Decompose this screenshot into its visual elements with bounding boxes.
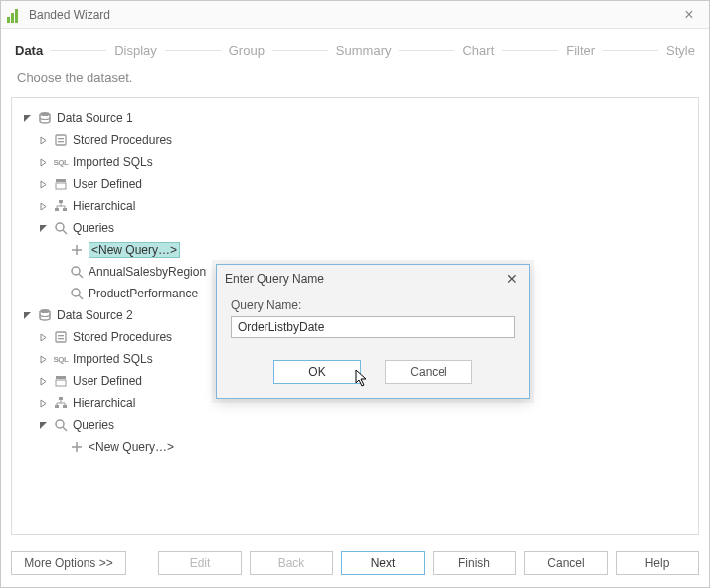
tree-node-user-defined[interactable]: User Defined	[18, 173, 692, 195]
step-separator	[603, 50, 658, 51]
svg-line-10	[63, 230, 67, 234]
app-icon	[7, 7, 23, 23]
svg-rect-25	[63, 405, 67, 408]
stored-proc-icon	[53, 329, 69, 345]
add-icon	[69, 242, 85, 258]
step-display[interactable]: Display	[114, 43, 157, 58]
step-chart[interactable]: Chart	[462, 43, 494, 58]
tree-label: Data Source 2	[57, 308, 133, 322]
tree-label: Queries	[73, 418, 114, 432]
step-data[interactable]: Data	[15, 43, 43, 58]
svg-point-13	[72, 267, 80, 275]
svg-line-16	[79, 295, 83, 299]
svg-rect-23	[59, 397, 63, 400]
collapse-icon[interactable]	[38, 157, 49, 168]
svg-rect-3	[58, 141, 64, 142]
back-button[interactable]: Back	[250, 551, 333, 575]
svg-rect-8	[63, 208, 67, 211]
collapse-icon[interactable]	[38, 398, 49, 409]
svg-line-27	[63, 427, 67, 431]
collapse-icon[interactable]	[38, 376, 49, 387]
svg-rect-1	[56, 135, 66, 145]
dialog-buttons: OK Cancel	[217, 350, 529, 398]
wizard-window: Banded Wizard × Data Display Group Summa…	[0, 0, 710, 588]
dialog-cancel-button[interactable]: Cancel	[385, 360, 472, 384]
dialog-ok-button[interactable]: OK	[273, 360, 361, 384]
wizard-steps: Data Display Group Summary Chart Filter …	[1, 29, 709, 66]
tree-node-imported-sqls[interactable]: SQL Imported SQLs	[18, 151, 692, 173]
query-name-label: Query Name:	[231, 298, 515, 312]
wizard-footer: More Options >> Edit Back Next Finish Ca…	[1, 543, 709, 587]
window-close-button[interactable]: ×	[675, 6, 703, 24]
query-icon	[53, 417, 69, 433]
step-filter[interactable]: Filter	[566, 43, 595, 58]
tree-label: Stored Procedures	[73, 133, 172, 147]
svg-point-26	[56, 420, 64, 428]
svg-rect-19	[58, 335, 64, 336]
cancel-button[interactable]: Cancel	[524, 551, 608, 575]
svg-rect-7	[55, 208, 59, 211]
collapse-icon[interactable]	[38, 179, 49, 190]
step-style[interactable]: Style	[666, 43, 695, 58]
tree-label: Imported SQLs	[73, 352, 153, 366]
tree-label: User Defined	[73, 177, 142, 191]
expand-icon[interactable]	[38, 223, 49, 234]
svg-rect-4	[56, 179, 66, 182]
dialog-title: Enter Query Name	[225, 272, 503, 286]
database-icon	[37, 110, 53, 126]
expand-icon[interactable]	[38, 420, 49, 431]
tree-label: ProductPerformance	[89, 287, 198, 300]
tree-node-new-query[interactable]: · <New Query…>	[18, 239, 692, 261]
step-group[interactable]: Group	[229, 43, 265, 58]
step-separator	[272, 50, 328, 51]
step-subtitle: Choose the dataset.	[1, 66, 709, 97]
tree-node-new-query[interactable]: · <New Query…>	[18, 436, 692, 458]
svg-line-14	[79, 274, 83, 278]
database-icon	[37, 307, 53, 323]
tree-node-queries[interactable]: Queries	[18, 217, 692, 239]
svg-rect-5	[56, 183, 66, 189]
collapse-icon[interactable]	[38, 201, 49, 212]
next-button[interactable]: Next	[341, 551, 425, 575]
tree-label: <New Query…>	[89, 440, 174, 454]
tree-label: <New Query…>	[89, 242, 180, 258]
add-icon	[69, 439, 85, 455]
tree-label: Imported SQLs	[73, 155, 153, 169]
step-separator	[502, 50, 558, 51]
finish-button[interactable]: Finish	[433, 551, 516, 575]
user-defined-icon	[53, 176, 69, 192]
tree-node-stored-procedures[interactable]: Stored Procedures	[18, 129, 692, 151]
user-defined-icon	[53, 373, 69, 389]
tree-node-datasource[interactable]: Data Source 1	[18, 107, 692, 129]
more-options-button[interactable]: More Options >>	[11, 551, 126, 575]
expand-icon[interactable]	[22, 113, 33, 124]
svg-point-9	[56, 223, 64, 231]
tree-label: AnnualSalesbyRegion	[89, 265, 206, 279]
tree-node-queries[interactable]: Queries	[18, 414, 692, 436]
step-summary[interactable]: Summary	[336, 43, 392, 58]
help-button[interactable]: Help	[616, 551, 699, 575]
svg-rect-6	[59, 200, 63, 203]
svg-rect-20	[58, 338, 64, 339]
step-separator	[399, 50, 454, 51]
svg-rect-22	[56, 380, 66, 386]
collapse-icon[interactable]	[38, 332, 49, 343]
svg-point-15	[72, 289, 80, 296]
dialog-close-button[interactable]: ✕	[503, 271, 521, 287]
hierarchy-icon	[53, 198, 69, 214]
svg-rect-18	[56, 332, 66, 342]
query-icon	[53, 220, 69, 236]
query-icon	[69, 264, 85, 280]
svg-rect-21	[56, 376, 66, 379]
sql-icon: SQL	[53, 154, 69, 170]
edit-button[interactable]: Edit	[158, 551, 242, 575]
collapse-icon[interactable]	[38, 135, 49, 146]
query-name-input[interactable]	[231, 316, 515, 338]
dialog-body: Query Name:	[217, 293, 529, 350]
titlebar: Banded Wizard ×	[1, 1, 709, 29]
collapse-icon[interactable]	[38, 354, 49, 365]
stored-proc-icon	[53, 132, 69, 148]
expand-icon[interactable]	[22, 310, 33, 321]
window-title: Banded Wizard	[29, 8, 675, 22]
tree-node-hierarchical[interactable]: Hierarchical	[18, 195, 692, 217]
